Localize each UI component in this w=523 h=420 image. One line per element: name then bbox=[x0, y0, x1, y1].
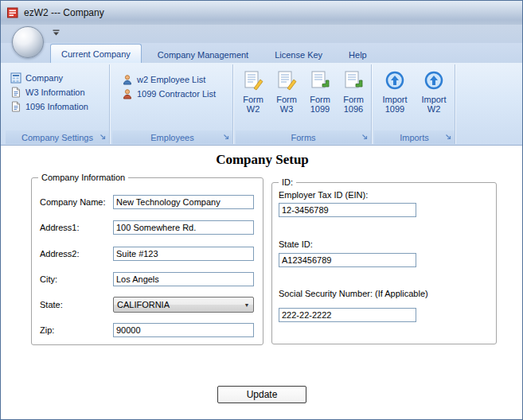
state-select-value: CALIFORNIA bbox=[114, 300, 240, 309]
document-icon bbox=[10, 87, 21, 98]
group-caption-company-settings: Company Settings bbox=[6, 130, 109, 144]
ssn-input[interactable] bbox=[279, 308, 416, 322]
ribbon-item-label: W3 Information bbox=[25, 88, 85, 97]
company-information-group: Company Information Company Name: Addres… bbox=[31, 177, 263, 345]
ein-label: Employer Tax ID (EIN): bbox=[279, 190, 368, 200]
ribbon-item-w2-employee-list[interactable]: w2 Employee List bbox=[112, 72, 232, 87]
ribbon-item-w3-information[interactable]: W3 Information bbox=[6, 85, 109, 99]
ribbon-button-import-w2[interactable]: Import W2 bbox=[416, 70, 452, 114]
title-bar: ezW2 --- Company bbox=[1, 1, 523, 25]
ribbon-tab-row: Current Company Company Management Licen… bbox=[1, 43, 523, 63]
dialog-launcher-icon[interactable] bbox=[223, 134, 230, 141]
id-group: ID: Employer Tax ID (EIN): State ID: Soc… bbox=[271, 182, 497, 344]
ribbon-item-company[interactable]: Company bbox=[6, 71, 109, 85]
city-label: City: bbox=[40, 274, 57, 284]
quick-access-dropdown-icon[interactable] bbox=[52, 29, 61, 37]
dialog-launcher-icon[interactable] bbox=[100, 134, 107, 141]
company-name-input[interactable] bbox=[113, 195, 254, 209]
ribbon-button-form-1096[interactable]: Form 1096 bbox=[338, 70, 369, 114]
address1-input[interactable] bbox=[113, 220, 254, 235]
form-pencil-icon bbox=[276, 70, 297, 91]
form-pencil-icon bbox=[243, 70, 263, 91]
group-caption-imports: Imports bbox=[374, 130, 455, 144]
zip-label: Zip: bbox=[40, 325, 54, 335]
company-name-label: Company Name: bbox=[40, 197, 106, 207]
app-window: ezW2 --- Company Current Company Company… bbox=[0, 0, 523, 420]
chevron-down-icon: ▼ bbox=[240, 298, 253, 312]
tab-license-key[interactable]: License Key bbox=[264, 46, 333, 63]
address1-label: Address1: bbox=[40, 223, 80, 232]
id-legend: ID: bbox=[279, 177, 296, 187]
person-icon bbox=[122, 88, 133, 99]
quick-access-toolbar bbox=[1, 25, 523, 43]
ribbon-item-label: 1096 Infomation bbox=[25, 102, 88, 111]
form-arrow-icon bbox=[343, 70, 364, 91]
ribbon-group-forms: Form W2 Form W bbox=[236, 64, 372, 144]
dialog-launcher-icon[interactable] bbox=[361, 134, 369, 141]
import-circle-icon bbox=[423, 70, 444, 91]
zip-input[interactable] bbox=[113, 323, 254, 337]
ribbon-group-company-settings: Company W3 Information bbox=[6, 64, 110, 144]
address2-input[interactable] bbox=[113, 247, 254, 261]
main-content: Company Setup Company Information Compan… bbox=[1, 146, 523, 420]
ein-input[interactable] bbox=[279, 203, 416, 217]
ribbon-group-imports: Import 1099 Import W2 Imports bbox=[374, 64, 455, 144]
city-input[interactable] bbox=[113, 272, 254, 286]
ssn-label: Social Security Number: (If Applicable) bbox=[279, 289, 428, 298]
application-orb-button[interactable] bbox=[12, 26, 44, 58]
ribbon-button-form-1099[interactable]: Form 1099 bbox=[304, 70, 336, 114]
tab-current-company[interactable]: Current Company bbox=[50, 44, 142, 63]
company-information-legend: Company Information bbox=[38, 173, 128, 182]
ribbon: Company W3 Information bbox=[1, 63, 523, 146]
ribbon-tabs: Current Company Company Management Licen… bbox=[50, 44, 383, 63]
ribbon-item-label: 1099 Contractor List bbox=[137, 89, 216, 99]
group-caption-forms: Forms bbox=[236, 130, 371, 144]
ribbon-button-form-w3[interactable]: Form W3 bbox=[271, 70, 302, 114]
state-select[interactable]: CALIFORNIA ▼ bbox=[113, 297, 254, 313]
dialog-launcher-icon[interactable] bbox=[445, 134, 452, 141]
update-button[interactable]: Update bbox=[217, 386, 306, 403]
tab-help[interactable]: Help bbox=[338, 46, 377, 63]
address2-label: Address2: bbox=[40, 249, 80, 259]
page-title: Company Setup bbox=[1, 152, 523, 168]
tab-company-management[interactable]: Company Management bbox=[147, 46, 259, 63]
form-arrow-icon bbox=[310, 70, 330, 91]
window-title: ezW2 --- Company bbox=[24, 7, 104, 18]
group-caption-employees: Employees bbox=[112, 130, 232, 144]
document-icon bbox=[10, 101, 21, 112]
state-id-label: State ID: bbox=[279, 239, 313, 249]
ribbon-button-import-1099[interactable]: Import 1099 bbox=[377, 70, 413, 114]
person-icon bbox=[122, 74, 133, 85]
app-icon bbox=[6, 6, 19, 19]
ribbon-button-form-w2[interactable]: Form W2 bbox=[237, 70, 269, 114]
state-id-input[interactable] bbox=[279, 253, 416, 267]
building-icon bbox=[10, 72, 21, 84]
ribbon-item-1099-contractor-list[interactable]: 1099 Contractor List bbox=[112, 87, 232, 101]
ribbon-group-employees: w2 Employee List 1099 Contractor List Em… bbox=[112, 64, 233, 144]
ribbon-item-label: Company bbox=[25, 73, 63, 83]
ribbon-item-1096-information[interactable]: 1096 Infomation bbox=[6, 99, 109, 114]
ribbon-item-label: w2 Employee List bbox=[137, 75, 205, 84]
state-label: State: bbox=[40, 300, 63, 309]
import-circle-icon bbox=[384, 70, 405, 91]
